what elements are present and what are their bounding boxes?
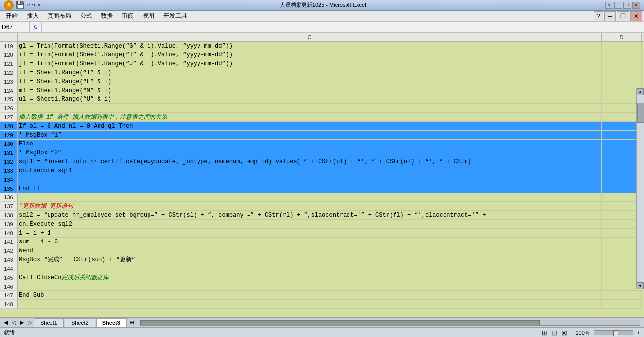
cell-d[interactable] — [602, 157, 642, 166]
cell-d[interactable] — [602, 104, 642, 113]
cell-d[interactable] — [602, 148, 642, 157]
menu-start[interactable]: 开始 — [2, 11, 22, 21]
cell-content[interactable] — [18, 300, 602, 309]
row-number: 144 — [0, 264, 18, 273]
cell-content[interactable]: End Sub — [18, 291, 602, 300]
scroll-thumb[interactable] — [637, 103, 644, 123]
cell-d[interactable] — [602, 264, 642, 273]
vertical-scrollbar[interactable]: ▲ ▼ — [636, 88, 644, 289]
cell-content[interactable]: sql1 = “insert into hr_certificate(ewyou… — [18, 157, 602, 166]
window-title: 人员档案更新1025 - Microsoft Excel — [41, 1, 606, 9]
cell-d[interactable] — [602, 86, 642, 95]
row-number: 122 — [0, 68, 18, 77]
quick-access-save[interactable]: 💾 — [16, 1, 24, 9]
cell-content[interactable]: 插入数据 if 条件 插入数据到表中，注意表之间的关系 — [18, 113, 602, 122]
table-row: 134 — [0, 175, 644, 184]
scroll-down-btn[interactable]: ▼ — [637, 282, 644, 289]
cell-d[interactable] — [602, 291, 642, 300]
table-row: 146 — [0, 282, 644, 291]
cell-d[interactable] — [602, 184, 642, 193]
cell-d[interactable] — [602, 282, 642, 291]
cell-content[interactable]: ' MsgBox “2” — [18, 148, 602, 157]
cell-content[interactable] — [18, 282, 602, 291]
cell-content[interactable] — [18, 175, 602, 184]
row-number: 132 — [0, 157, 18, 166]
window-restore-inner[interactable]: ❐ — [617, 11, 629, 21]
cell-content[interactable]: ' MsgBox “1” — [18, 131, 602, 140]
cell-content[interactable]: End If — [18, 184, 602, 193]
help-menu-icon[interactable]: ? — [594, 11, 604, 21]
cell-d[interactable] — [602, 175, 642, 184]
cell-d[interactable] — [602, 42, 642, 50]
cell-d[interactable] — [602, 122, 642, 131]
cell-content[interactable]: sql2 = “update hr_employee set bgroup=” … — [18, 211, 602, 220]
cell-d[interactable] — [602, 255, 642, 264]
cell-content[interactable]: Wend — [18, 246, 602, 255]
window-controls: ? ─ ❐ ✕ — [605, 2, 640, 9]
cell-content[interactable]: Call CloseCn 完成后关闭数据库 — [18, 273, 602, 282]
cell-d[interactable] — [602, 95, 642, 104]
title-bar-left: X 💾 ↩ ↪ ▾ — [4, 0, 41, 10]
menu-data[interactable]: 数据 — [97, 11, 117, 21]
cell-d[interactable] — [602, 50, 642, 59]
quick-access-redo[interactable]: ↪ — [32, 1, 35, 9]
cell-d[interactable] — [602, 166, 642, 175]
office-logo[interactable]: X — [4, 0, 14, 10]
cell-d[interactable] — [602, 273, 642, 282]
cell-content[interactable] — [18, 104, 602, 113]
cell-d[interactable] — [602, 229, 642, 238]
row-number: 138 — [0, 211, 18, 220]
cell-reference[interactable]: D67 — [0, 22, 30, 32]
cell-d[interactable] — [602, 113, 642, 122]
cell-content[interactable]: il = Trim(Format(Sheet1.Range(“I” & i).V… — [18, 50, 602, 59]
menu-review[interactable]: 审阅 — [118, 11, 138, 21]
menu-pagelayout[interactable]: 页面布局 — [44, 11, 75, 21]
cell-content[interactable]: jl = Trim(Format(Sheet1.Range(“J” & i).V… — [18, 59, 602, 68]
cell-content[interactable] — [18, 193, 602, 202]
cell-d[interactable] — [602, 59, 642, 68]
cell-d[interactable] — [602, 68, 642, 77]
cell-content[interactable]: gl = Trim(Format(Sheet1.Range(“G” & i).V… — [18, 42, 602, 50]
cell-content[interactable]: sum = i - 6 — [18, 238, 602, 246]
scroll-up-btn[interactable]: ▲ — [637, 88, 644, 95]
close-button[interactable]: ✕ — [632, 2, 640, 9]
minimize-button[interactable]: ─ — [614, 2, 622, 9]
menu-devtools[interactable]: 开发工具 — [159, 11, 191, 21]
cell-d[interactable] — [602, 246, 642, 255]
menu-formula[interactable]: 公式 — [76, 11, 96, 21]
help-button[interactable]: ? — [605, 2, 613, 9]
table-row: 143 MsgBox “完成” + CStr(sum) + “更新” — [0, 255, 644, 264]
table-row: 120 il = Trim(Format(Sheet1.Range(“I” & … — [0, 50, 644, 59]
menu-insert[interactable]: 插入 — [23, 11, 43, 21]
table-row: 135 End If — [0, 184, 644, 193]
cell-content[interactable]: Else — [18, 140, 602, 148]
cell-content[interactable]: i = i + 1 — [18, 229, 602, 238]
cell-d[interactable] — [602, 238, 642, 246]
cell-d[interactable] — [602, 140, 642, 148]
cell-d[interactable] — [602, 131, 642, 140]
cell-d[interactable] — [602, 193, 642, 202]
table-row: 137 ’更新数据 更新语句 — [0, 202, 644, 211]
cell-content[interactable]: cn.Execute sql2 — [18, 220, 602, 229]
window-min-inner[interactable]: ─ — [604, 11, 616, 21]
restore-button[interactable]: ❐ — [623, 2, 631, 9]
cell-content[interactable]: ul = Sheet1.Range(“U” & i) — [18, 95, 602, 104]
cell-content[interactable] — [18, 264, 602, 273]
cell-d[interactable] — [602, 300, 642, 309]
cell-content[interactable]: ll = Sheet1.Range(“L” & i) — [18, 77, 602, 86]
quick-access-undo[interactable]: ↩ — [26, 1, 30, 9]
menu-view[interactable]: 视图 — [139, 11, 158, 21]
cell-content[interactable]: tl = Sheet1.Range(“T” & i) — [18, 68, 602, 77]
cell-d[interactable] — [602, 211, 642, 220]
cell-content[interactable]: ’更新数据 更新语句 — [18, 202, 602, 211]
cell-content[interactable]: cn.Execute sql1 — [18, 166, 602, 175]
table-row: 127 插入数据 if 条件 插入数据到表中，注意表之间的关系 — [0, 113, 644, 122]
cell-d[interactable] — [602, 202, 642, 211]
window-close-inner[interactable]: ✕ — [630, 11, 642, 21]
cell-d[interactable] — [602, 77, 642, 86]
cell-content[interactable]: If ol = 0 And nl = 0 And ql Then — [18, 122, 602, 131]
table-row: 123 ll = Sheet1.Range(“L” & i) — [0, 77, 644, 86]
cell-content[interactable]: MsgBox “完成” + CStr(sum) + “更新” — [18, 255, 602, 264]
cell-content[interactable]: ml = Sheet1.Range(“M” & i) — [18, 86, 602, 95]
cell-d[interactable] — [602, 220, 642, 229]
